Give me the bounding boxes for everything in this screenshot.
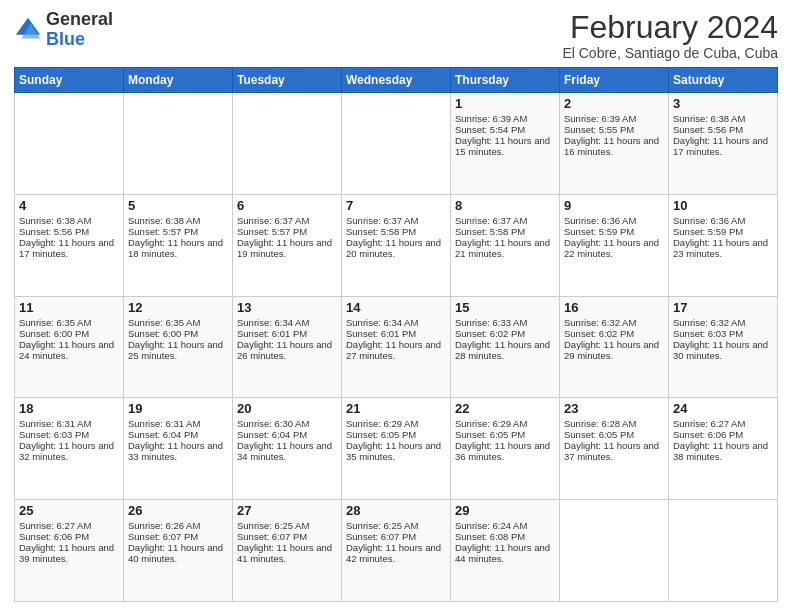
day-number: 17 xyxy=(673,300,773,315)
day-number: 26 xyxy=(128,503,228,518)
day-info: Sunrise: 6:37 AM xyxy=(455,215,555,226)
calendar-table: SundayMondayTuesdayWednesdayThursdayFrid… xyxy=(14,67,778,602)
day-number: 15 xyxy=(455,300,555,315)
day-info: Daylight: 11 hours and 17 minutes. xyxy=(673,135,773,157)
calendar-week-4: 18Sunrise: 6:31 AMSunset: 6:03 PMDayligh… xyxy=(15,398,778,500)
day-info: Sunset: 5:57 PM xyxy=(237,226,337,237)
calendar-cell xyxy=(342,93,451,195)
day-info: Daylight: 11 hours and 42 minutes. xyxy=(346,542,446,564)
calendar-cell: 25Sunrise: 6:27 AMSunset: 6:06 PMDayligh… xyxy=(15,500,124,602)
day-info: Sunset: 6:08 PM xyxy=(455,531,555,542)
day-info: Daylight: 11 hours and 41 minutes. xyxy=(237,542,337,564)
day-number: 23 xyxy=(564,401,664,416)
day-number: 12 xyxy=(128,300,228,315)
day-info: Sunrise: 6:37 AM xyxy=(237,215,337,226)
day-info: Sunset: 6:01 PM xyxy=(346,328,446,339)
day-header-sunday: Sunday xyxy=(15,68,124,93)
day-info: Sunset: 6:07 PM xyxy=(346,531,446,542)
calendar-cell: 29Sunrise: 6:24 AMSunset: 6:08 PMDayligh… xyxy=(451,500,560,602)
logo-blue-text: Blue xyxy=(46,29,85,49)
day-number: 22 xyxy=(455,401,555,416)
calendar-week-5: 25Sunrise: 6:27 AMSunset: 6:06 PMDayligh… xyxy=(15,500,778,602)
day-info: Sunrise: 6:25 AM xyxy=(237,520,337,531)
day-info: Sunrise: 6:39 AM xyxy=(564,113,664,124)
day-info: Daylight: 11 hours and 25 minutes. xyxy=(128,339,228,361)
day-info: Daylight: 11 hours and 24 minutes. xyxy=(19,339,119,361)
page: General Blue February 2024 El Cobre, San… xyxy=(0,0,792,612)
day-info: Daylight: 11 hours and 33 minutes. xyxy=(128,440,228,462)
day-info: Daylight: 11 hours and 36 minutes. xyxy=(455,440,555,462)
calendar-cell: 18Sunrise: 6:31 AMSunset: 6:03 PMDayligh… xyxy=(15,398,124,500)
day-info: Sunrise: 6:29 AM xyxy=(455,418,555,429)
day-info: Sunrise: 6:31 AM xyxy=(19,418,119,429)
day-info: Sunrise: 6:38 AM xyxy=(19,215,119,226)
day-number: 21 xyxy=(346,401,446,416)
day-info: Sunset: 6:04 PM xyxy=(237,429,337,440)
calendar-cell: 6Sunrise: 6:37 AMSunset: 5:57 PMDaylight… xyxy=(233,194,342,296)
calendar-cell: 8Sunrise: 6:37 AMSunset: 5:58 PMDaylight… xyxy=(451,194,560,296)
day-header-monday: Monday xyxy=(124,68,233,93)
calendar-week-1: 1Sunrise: 6:39 AMSunset: 5:54 PMDaylight… xyxy=(15,93,778,195)
day-info: Sunrise: 6:38 AM xyxy=(673,113,773,124)
calendar-cell: 2Sunrise: 6:39 AMSunset: 5:55 PMDaylight… xyxy=(560,93,669,195)
day-number: 2 xyxy=(564,96,664,111)
day-info: Daylight: 11 hours and 22 minutes. xyxy=(564,237,664,259)
calendar-cell: 5Sunrise: 6:38 AMSunset: 5:57 PMDaylight… xyxy=(124,194,233,296)
day-info: Sunrise: 6:37 AM xyxy=(346,215,446,226)
calendar-cell: 17Sunrise: 6:32 AMSunset: 6:03 PMDayligh… xyxy=(669,296,778,398)
day-number: 1 xyxy=(455,96,555,111)
calendar-cell: 13Sunrise: 6:34 AMSunset: 6:01 PMDayligh… xyxy=(233,296,342,398)
calendar-cell xyxy=(124,93,233,195)
day-info: Sunset: 6:01 PM xyxy=(237,328,337,339)
day-info: Daylight: 11 hours and 32 minutes. xyxy=(19,440,119,462)
day-info: Daylight: 11 hours and 44 minutes. xyxy=(455,542,555,564)
day-info: Daylight: 11 hours and 16 minutes. xyxy=(564,135,664,157)
calendar-cell: 4Sunrise: 6:38 AMSunset: 5:56 PMDaylight… xyxy=(15,194,124,296)
day-info: Sunset: 6:07 PM xyxy=(237,531,337,542)
calendar-cell: 16Sunrise: 6:32 AMSunset: 6:02 PMDayligh… xyxy=(560,296,669,398)
calendar-cell: 19Sunrise: 6:31 AMSunset: 6:04 PMDayligh… xyxy=(124,398,233,500)
calendar-cell xyxy=(15,93,124,195)
day-info: Sunset: 6:06 PM xyxy=(673,429,773,440)
day-info: Sunset: 6:05 PM xyxy=(455,429,555,440)
day-info: Sunset: 5:56 PM xyxy=(673,124,773,135)
day-info: Sunset: 5:54 PM xyxy=(455,124,555,135)
day-info: Sunrise: 6:36 AM xyxy=(564,215,664,226)
day-info: Sunrise: 6:39 AM xyxy=(455,113,555,124)
day-info: Sunrise: 6:35 AM xyxy=(19,317,119,328)
day-info: Sunrise: 6:35 AM xyxy=(128,317,228,328)
day-info: Sunset: 6:05 PM xyxy=(346,429,446,440)
calendar-cell: 10Sunrise: 6:36 AMSunset: 5:59 PMDayligh… xyxy=(669,194,778,296)
day-number: 14 xyxy=(346,300,446,315)
calendar-cell: 20Sunrise: 6:30 AMSunset: 6:04 PMDayligh… xyxy=(233,398,342,500)
logo-icon xyxy=(14,16,42,44)
day-info: Sunrise: 6:26 AM xyxy=(128,520,228,531)
day-info: Sunset: 5:59 PM xyxy=(673,226,773,237)
day-info: Sunrise: 6:27 AM xyxy=(19,520,119,531)
day-header-friday: Friday xyxy=(560,68,669,93)
day-info: Sunrise: 6:30 AM xyxy=(237,418,337,429)
calendar-cell: 14Sunrise: 6:34 AMSunset: 6:01 PMDayligh… xyxy=(342,296,451,398)
day-number: 9 xyxy=(564,198,664,213)
day-info: Daylight: 11 hours and 29 minutes. xyxy=(564,339,664,361)
day-info: Sunrise: 6:27 AM xyxy=(673,418,773,429)
day-number: 11 xyxy=(19,300,119,315)
calendar-cell: 1Sunrise: 6:39 AMSunset: 5:54 PMDaylight… xyxy=(451,93,560,195)
day-info: Daylight: 11 hours and 15 minutes. xyxy=(455,135,555,157)
calendar-cell: 15Sunrise: 6:33 AMSunset: 6:02 PMDayligh… xyxy=(451,296,560,398)
calendar-cell: 27Sunrise: 6:25 AMSunset: 6:07 PMDayligh… xyxy=(233,500,342,602)
day-info: Daylight: 11 hours and 35 minutes. xyxy=(346,440,446,462)
day-info: Sunrise: 6:29 AM xyxy=(346,418,446,429)
day-number: 4 xyxy=(19,198,119,213)
day-header-tuesday: Tuesday xyxy=(233,68,342,93)
day-info: Sunset: 6:02 PM xyxy=(455,328,555,339)
day-number: 29 xyxy=(455,503,555,518)
calendar-cell xyxy=(233,93,342,195)
day-number: 13 xyxy=(237,300,337,315)
day-header-wednesday: Wednesday xyxy=(342,68,451,93)
day-number: 28 xyxy=(346,503,446,518)
day-info: Sunset: 6:03 PM xyxy=(673,328,773,339)
logo: General Blue xyxy=(14,10,113,50)
calendar-cell: 21Sunrise: 6:29 AMSunset: 6:05 PMDayligh… xyxy=(342,398,451,500)
calendar-cell: 23Sunrise: 6:28 AMSunset: 6:05 PMDayligh… xyxy=(560,398,669,500)
